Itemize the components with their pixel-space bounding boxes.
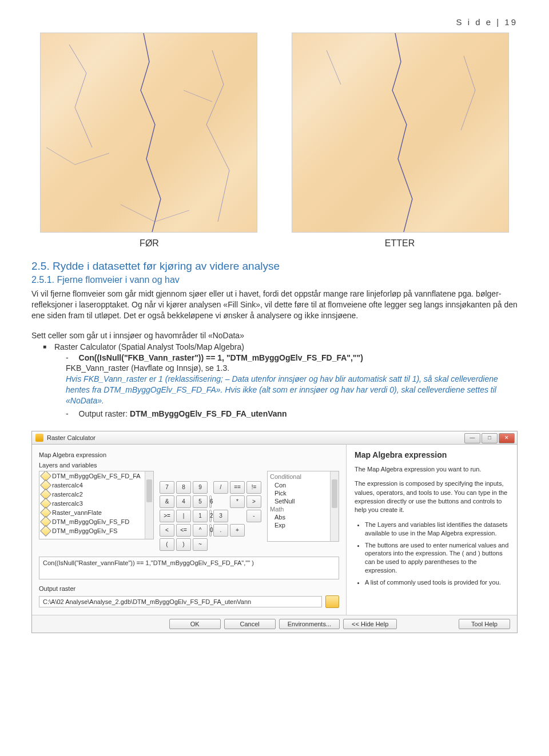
help-p1: The Map Algebra expression you want to r… [355, 465, 509, 474]
map-before [40, 33, 257, 233]
output-raster-input[interactable]: C:\A\02 Analyse\Analyse_2.gdb\DTM_mByggO… [39, 596, 322, 607]
help-li2: The buttons are used to enter numerical … [365, 541, 509, 575]
tools-category-math: Math— [269, 505, 337, 513]
tools-scrollbar[interactable] [330, 471, 339, 541]
keypad-button[interactable]: 0 [209, 524, 212, 537]
expression-text: Con((IsNull("FKB_Vann_raster")) == 1, "D… [79, 353, 363, 362]
bullet-label: Raster Calculator (Spatial Analyst Tools… [54, 342, 244, 351]
map-before-label: FØR [41, 238, 257, 249]
tool-item[interactable]: Exp [269, 521, 337, 529]
keypad-button[interactable]: > [246, 495, 261, 508]
bullet-raster-calculator: Raster Calculator (Spatial Analyst Tools… [43, 342, 518, 419]
layer-item[interactable]: DTM_mByggOgElv_FS_FD_FA [39, 471, 153, 481]
dash-expression: Con((IsNull("FKB_Vann_raster")) == 1, "D… [66, 353, 518, 406]
browse-folder-button[interactable] [325, 595, 339, 608]
keypad-button[interactable]: ^ [193, 524, 208, 537]
app-icon [35, 434, 43, 442]
layer-item[interactable]: DTM_mByggOgElv_FS [39, 526, 153, 535]
section-heading: 2.5. Rydde i datasettet før kjøring av v… [31, 260, 518, 273]
keypad-button[interactable]: 2 [209, 510, 212, 522]
keypad-button[interactable]: == [230, 481, 245, 494]
dash-output: Output raster: DTM_mByggOgElv_FS_FD_FA_u… [66, 409, 518, 419]
keypad-button[interactable]: ( [160, 538, 174, 551]
keypad-button[interactable]: 4 [176, 495, 191, 508]
layer-item[interactable]: Raster_vannFlate [39, 508, 153, 517]
maximize-button[interactable]: □ [482, 433, 498, 443]
dialog-titlebar[interactable]: Raster Calculator — □ ✕ [32, 431, 517, 445]
ok-button[interactable]: OK [169, 619, 221, 629]
operator-keypad: 789/==!=&456*>>=|123-<<=^0.+()~ [160, 481, 261, 551]
tool-help-button[interactable]: Tool Help [459, 619, 510, 629]
map-after [292, 33, 509, 233]
tools-listbox[interactable]: Conditional▴ ConPickSetNull Math— AbsExp [267, 471, 339, 542]
keypad-button[interactable]: ) [176, 538, 191, 551]
tool-item[interactable]: SetNull [269, 497, 337, 505]
keypad-button[interactable]: | [176, 510, 191, 522]
layers-listbox[interactable]: DTM_mByggOgElv_FS_FD_FArastercalc4raster… [39, 471, 154, 539]
keypad-button[interactable]: 7 [160, 481, 174, 494]
keypad-button[interactable]: / [213, 481, 228, 494]
keypad-button[interactable]: - [246, 510, 261, 522]
cancel-button[interactable]: Cancel [224, 619, 276, 629]
expression-note: FKB_Vann_raster (Havflate og Innsjø), se… [66, 363, 229, 373]
layer-item[interactable]: DTM_mByggOgElv_FS_FD [39, 517, 153, 526]
help-li1: The Layers and variables list identifies… [365, 521, 509, 538]
expression-input[interactable]: Con((IsNull("Raster_vannFlate")) == 1,"D… [39, 557, 339, 579]
tool-item[interactable]: Abs [269, 513, 337, 521]
dialog-title: Raster Calculator [47, 434, 96, 441]
keypad-button[interactable]: 3 [213, 510, 228, 522]
subsection-heading: 2.5.1. Fjerne flomveier i vann og hav [31, 275, 518, 285]
keypad-button[interactable]: != [246, 481, 261, 494]
keypad-button[interactable]: <= [176, 524, 191, 537]
minimize-button[interactable]: — [464, 433, 480, 443]
map-after-label: ETTER [292, 238, 508, 249]
layer-item[interactable]: rastercalc2 [39, 490, 153, 499]
output-raster-label: Output raster [39, 585, 339, 592]
output-value: DTM_mByggOgElv_FS_FD_FA_utenVann [130, 409, 287, 418]
keypad-button[interactable]: 8 [176, 481, 191, 494]
tool-item[interactable]: Con [269, 481, 337, 489]
map-comparison [31, 33, 518, 233]
keypad-button[interactable]: < [160, 524, 174, 537]
layers-label: Layers and variables [39, 462, 339, 469]
keypad-button[interactable]: 5 [193, 495, 208, 508]
keypad-button[interactable]: ~ [193, 538, 208, 551]
tool-item[interactable]: Pick [269, 489, 337, 497]
output-label: Output raster: [79, 409, 130, 418]
keypad-button[interactable]: 6 [209, 495, 212, 508]
keypad-button[interactable]: & [160, 495, 174, 508]
keypad-button[interactable]: 9 [193, 481, 208, 494]
keypad-button[interactable]: * [230, 495, 245, 508]
close-button[interactable]: ✕ [499, 433, 515, 443]
paragraph-lead: Sett celler som går ut i innsjøer og hav… [31, 330, 518, 341]
page-number: S i d e | 19 [31, 17, 518, 27]
hide-help-button[interactable]: << Hide Help [343, 619, 397, 629]
help-li3: A list of commonly used tools is provide… [365, 578, 509, 587]
keypad-button[interactable]: >= [160, 510, 174, 522]
expression-section-label: Map Algebra expression [39, 451, 339, 458]
keypad-button[interactable]: + [230, 524, 245, 537]
help-p2: The expression is composed by specifying… [355, 479, 509, 515]
help-title: Map Algebra expression [355, 450, 509, 459]
help-panel: Map Algebra expression The Map Algebra e… [346, 445, 517, 615]
keypad-button[interactable]: 1 [193, 510, 208, 522]
layers-scrollbar[interactable] [145, 471, 153, 539]
raster-calculator-dialog: Raster Calculator — □ ✕ Map Algebra expr… [31, 431, 518, 633]
raster-icon [40, 525, 51, 537]
tools-category-conditional: Conditional▴ [269, 473, 337, 481]
environments-button[interactable]: Environments... [279, 619, 340, 629]
keypad-button[interactable]: . [213, 524, 228, 537]
layer-item[interactable]: rastercalc3 [39, 499, 153, 508]
explain-line: Hvis FKB_Vann_raster er 1 (reklassifiser… [66, 374, 498, 405]
layer-item[interactable]: rastercalc4 [39, 481, 153, 490]
paragraph-intro: Vi vil fjerne flomveier som går midt gje… [31, 289, 518, 321]
